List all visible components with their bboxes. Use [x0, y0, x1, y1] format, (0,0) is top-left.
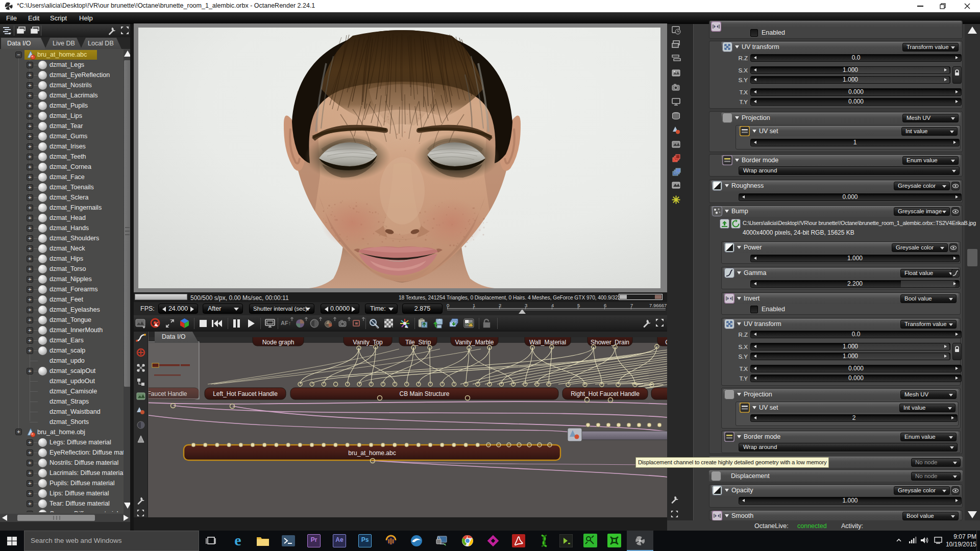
svg-text:Vanity_Top: Vanity_Top: [353, 339, 383, 346]
svg-text:Wall_Material: Wall_Material: [529, 339, 566, 346]
svg-text:Left_Hot Faucet Handle: Left_Hot Faucet Handle: [213, 390, 278, 397]
svg-text:bru_at_home.abc: bru_at_home.abc: [348, 449, 396, 457]
svg-text:Shower_Drain: Shower_Drain: [591, 339, 629, 346]
svg-text:CB Main Structure: CB Main Structure: [399, 390, 449, 397]
svg-text:Tile_Strip: Tile_Strip: [405, 339, 431, 346]
svg-text:Vanity_Marble: Vanity_Marble: [455, 339, 494, 346]
svg-text:Node graph: Node graph: [262, 339, 295, 346]
svg-text:Right_Hot Faucet Handle: Right_Hot Faucet Handle: [571, 390, 640, 397]
